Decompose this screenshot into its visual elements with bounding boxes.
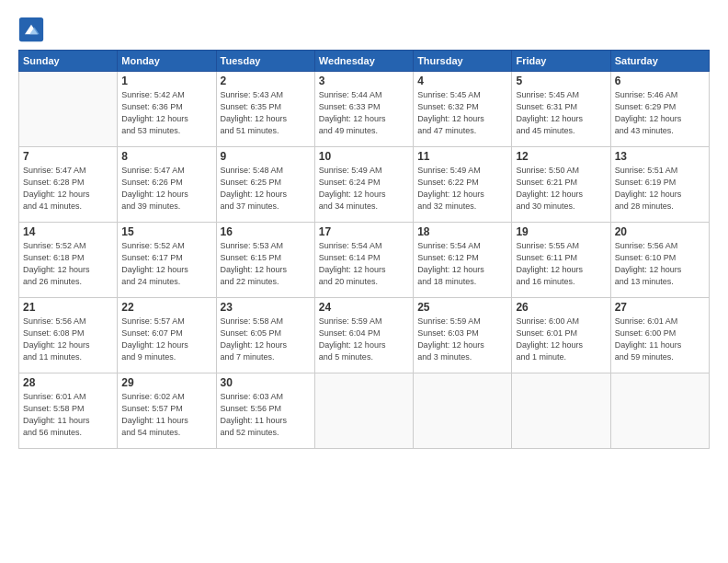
day-cell: 14Sunrise: 5:52 AM Sunset: 6:18 PM Dayli…: [19, 223, 118, 298]
day-info: Sunrise: 5:56 AM Sunset: 6:08 PM Dayligh…: [23, 316, 113, 363]
day-cell: 9Sunrise: 5:48 AM Sunset: 6:25 PM Daylig…: [216, 147, 314, 223]
day-info: Sunrise: 5:45 AM Sunset: 6:32 PM Dayligh…: [417, 89, 507, 137]
page: SundayMondayTuesdayWednesdayThursdayFrid…: [0, 0, 728, 563]
week-row-1: 1Sunrise: 5:42 AM Sunset: 6:36 PM Daylig…: [19, 72, 710, 147]
day-info: Sunrise: 5:52 AM Sunset: 6:17 PM Dayligh…: [121, 240, 211, 288]
day-cell: [414, 373, 512, 449]
day-info: Sunrise: 5:54 AM Sunset: 6:12 PM Dayligh…: [417, 240, 507, 288]
day-number: 25: [417, 301, 507, 314]
day-number: 23: [221, 301, 311, 314]
day-number: 6: [615, 75, 705, 87]
logo: [18, 17, 48, 42]
day-cell: 25Sunrise: 5:59 AM Sunset: 6:03 PM Dayli…: [414, 298, 512, 373]
day-info: Sunrise: 6:01 AM Sunset: 6:00 PM Dayligh…: [615, 316, 705, 363]
day-cell: 27Sunrise: 6:01 AM Sunset: 6:00 PM Dayli…: [610, 298, 709, 373]
day-cell: 7Sunrise: 5:47 AM Sunset: 6:28 PM Daylig…: [19, 147, 118, 223]
day-cell: 6Sunrise: 5:46 AM Sunset: 6:29 PM Daylig…: [610, 72, 709, 147]
week-row-2: 7Sunrise: 5:47 AM Sunset: 6:28 PM Daylig…: [19, 147, 710, 223]
day-info: Sunrise: 5:58 AM Sunset: 6:05 PM Dayligh…: [221, 316, 311, 363]
day-cell: 8Sunrise: 5:47 AM Sunset: 6:26 PM Daylig…: [118, 147, 216, 223]
day-number: 2: [221, 75, 311, 87]
day-info: Sunrise: 5:50 AM Sunset: 6:21 PM Dayligh…: [516, 165, 606, 213]
day-info: Sunrise: 5:55 AM Sunset: 6:11 PM Dayligh…: [516, 240, 606, 288]
day-cell: 17Sunrise: 5:54 AM Sunset: 6:14 PM Dayli…: [314, 223, 413, 298]
day-cell: 12Sunrise: 5:50 AM Sunset: 6:21 PM Dayli…: [512, 147, 610, 223]
weekday-sunday: Sunday: [19, 51, 118, 72]
day-number: 29: [121, 376, 211, 389]
day-info: Sunrise: 6:00 AM Sunset: 6:01 PM Dayligh…: [516, 316, 606, 363]
day-number: 15: [121, 225, 211, 238]
day-info: Sunrise: 5:48 AM Sunset: 6:25 PM Dayligh…: [221, 165, 311, 213]
day-number: 4: [417, 75, 507, 87]
calendar-table: SundayMondayTuesdayWednesdayThursdayFrid…: [18, 50, 710, 449]
week-row-5: 28Sunrise: 6:01 AM Sunset: 5:58 PM Dayli…: [19, 373, 710, 449]
day-info: Sunrise: 5:59 AM Sunset: 6:04 PM Dayligh…: [319, 316, 409, 363]
day-cell: 11Sunrise: 5:49 AM Sunset: 6:22 PM Dayli…: [414, 147, 512, 223]
day-number: 1: [121, 75, 211, 87]
day-info: Sunrise: 6:03 AM Sunset: 5:56 PM Dayligh…: [221, 391, 311, 439]
day-cell: 19Sunrise: 5:55 AM Sunset: 6:11 PM Dayli…: [512, 223, 610, 298]
day-cell: 16Sunrise: 5:53 AM Sunset: 6:15 PM Dayli…: [216, 223, 314, 298]
logo-icon: [18, 17, 44, 42]
day-info: Sunrise: 5:46 AM Sunset: 6:29 PM Dayligh…: [615, 89, 705, 137]
day-info: Sunrise: 5:45 AM Sunset: 6:31 PM Dayligh…: [516, 89, 606, 137]
day-info: Sunrise: 5:59 AM Sunset: 6:03 PM Dayligh…: [417, 316, 507, 363]
day-number: 20: [615, 225, 705, 238]
day-number: 30: [221, 376, 311, 389]
weekday-header-row: SundayMondayTuesdayWednesdayThursdayFrid…: [19, 51, 710, 72]
day-number: 5: [516, 75, 606, 87]
day-info: Sunrise: 6:02 AM Sunset: 5:57 PM Dayligh…: [121, 391, 211, 439]
day-info: Sunrise: 5:42 AM Sunset: 6:36 PM Dayligh…: [121, 89, 211, 137]
day-number: 9: [221, 150, 311, 163]
day-cell: [314, 373, 413, 449]
day-info: Sunrise: 5:54 AM Sunset: 6:14 PM Dayligh…: [319, 240, 409, 288]
day-info: Sunrise: 5:51 AM Sunset: 6:19 PM Dayligh…: [615, 165, 705, 213]
day-cell: 26Sunrise: 6:00 AM Sunset: 6:01 PM Dayli…: [512, 298, 610, 373]
day-number: 14: [23, 225, 113, 238]
day-number: 3: [319, 75, 409, 87]
day-cell: [610, 373, 709, 449]
header: [18, 17, 710, 42]
day-info: Sunrise: 5:49 AM Sunset: 6:24 PM Dayligh…: [319, 165, 409, 213]
day-info: Sunrise: 6:01 AM Sunset: 5:58 PM Dayligh…: [23, 391, 113, 439]
day-number: 21: [23, 301, 113, 314]
day-number: 16: [221, 225, 311, 238]
weekday-friday: Friday: [512, 51, 610, 72]
day-info: Sunrise: 5:47 AM Sunset: 6:26 PM Dayligh…: [121, 165, 211, 213]
day-number: 19: [516, 225, 606, 238]
day-number: 10: [319, 150, 409, 163]
day-number: 26: [516, 301, 606, 314]
weekday-wednesday: Wednesday: [314, 51, 413, 72]
day-cell: 18Sunrise: 5:54 AM Sunset: 6:12 PM Dayli…: [414, 223, 512, 298]
day-cell: 3Sunrise: 5:44 AM Sunset: 6:33 PM Daylig…: [314, 72, 413, 147]
day-cell: 24Sunrise: 5:59 AM Sunset: 6:04 PM Dayli…: [314, 298, 413, 373]
day-cell: 29Sunrise: 6:02 AM Sunset: 5:57 PM Dayli…: [118, 373, 216, 449]
weekday-saturday: Saturday: [610, 51, 709, 72]
day-cell: 22Sunrise: 5:57 AM Sunset: 6:07 PM Dayli…: [118, 298, 216, 373]
day-cell: 21Sunrise: 5:56 AM Sunset: 6:08 PM Dayli…: [19, 298, 118, 373]
day-cell: 15Sunrise: 5:52 AM Sunset: 6:17 PM Dayli…: [118, 223, 216, 298]
weekday-monday: Monday: [118, 51, 216, 72]
day-number: 8: [121, 150, 211, 163]
day-number: 27: [615, 301, 705, 314]
day-info: Sunrise: 5:53 AM Sunset: 6:15 PM Dayligh…: [221, 240, 311, 288]
day-cell: 23Sunrise: 5:58 AM Sunset: 6:05 PM Dayli…: [216, 298, 314, 373]
day-info: Sunrise: 5:47 AM Sunset: 6:28 PM Dayligh…: [23, 165, 113, 213]
day-cell: 13Sunrise: 5:51 AM Sunset: 6:19 PM Dayli…: [610, 147, 709, 223]
day-info: Sunrise: 5:43 AM Sunset: 6:35 PM Dayligh…: [221, 89, 311, 137]
day-info: Sunrise: 5:56 AM Sunset: 6:10 PM Dayligh…: [615, 240, 705, 288]
day-number: 11: [417, 150, 507, 163]
day-cell: 10Sunrise: 5:49 AM Sunset: 6:24 PM Dayli…: [314, 147, 413, 223]
day-number: 24: [319, 301, 409, 314]
weekday-tuesday: Tuesday: [216, 51, 314, 72]
day-number: 18: [417, 225, 507, 238]
day-info: Sunrise: 5:49 AM Sunset: 6:22 PM Dayligh…: [417, 165, 507, 213]
day-number: 22: [121, 301, 211, 314]
day-number: 13: [615, 150, 705, 163]
day-info: Sunrise: 5:52 AM Sunset: 6:18 PM Dayligh…: [23, 240, 113, 288]
day-cell: 28Sunrise: 6:01 AM Sunset: 5:58 PM Dayli…: [19, 373, 118, 449]
week-row-3: 14Sunrise: 5:52 AM Sunset: 6:18 PM Dayli…: [19, 223, 710, 298]
day-info: Sunrise: 5:44 AM Sunset: 6:33 PM Dayligh…: [319, 89, 409, 137]
day-number: 28: [23, 376, 113, 389]
day-info: Sunrise: 5:57 AM Sunset: 6:07 PM Dayligh…: [121, 316, 211, 363]
